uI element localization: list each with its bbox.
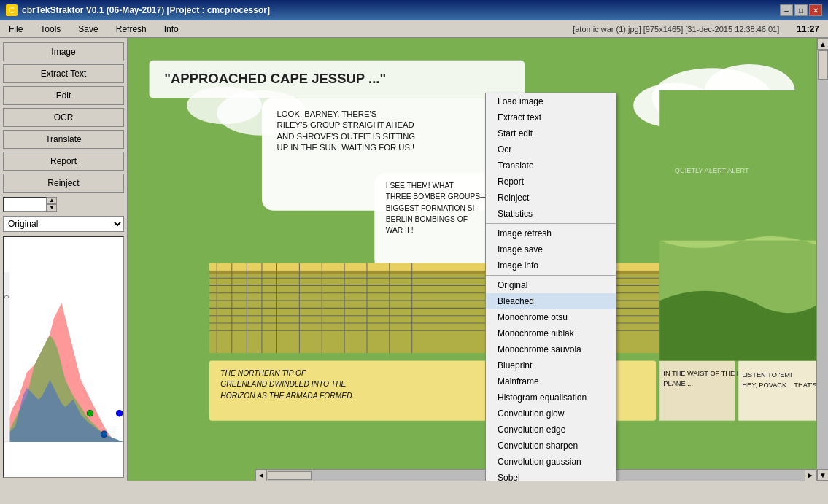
ctx-start-edit[interactable]: Start edit: [486, 125, 616, 141]
zoom-control: 100 ▲ ▼: [3, 197, 124, 212]
svg-point-1: [87, 411, 93, 416]
svg-text:UP IN THE SUN, WAITING FOR US : UP IN THE SUN, WAITING FOR US !: [277, 143, 415, 152]
svg-text:RILEY'S GROUP STRAIGHT AHEAD: RILEY'S GROUP STRAIGHT AHEAD: [277, 120, 414, 129]
file-info: [atomic war (1).jpg] [975x1465] [31-dec-…: [564, 20, 788, 37]
app-icon: C: [6, 4, 18, 16]
separator-1: [486, 223, 616, 224]
ocr-button[interactable]: OCR: [3, 108, 124, 127]
svg-rect-56: [659, 90, 816, 241]
histogram-area: 0: [3, 236, 124, 478]
svg-text:HORIZON AS THE ARMADA FORMED.: HORIZON AS THE ARMADA FORMED.: [220, 392, 354, 400]
ctx-conv-gaussian[interactable]: Convolution gaussian: [486, 454, 616, 470]
menu-refresh[interactable]: Refresh: [107, 20, 155, 37]
menu-tools[interactable]: Tools: [31, 20, 69, 37]
ctx-mono-sauvola[interactable]: Monochrome sauvola: [486, 341, 616, 357]
content-area: "APPROACHED CAPE JESSUP ..." LOOK, BARNE…: [128, 38, 816, 481]
svg-text:"APPROACHED CAPE JESSUP ...": "APPROACHED CAPE JESSUP ...": [164, 71, 386, 86]
ctx-mono-niblak[interactable]: Monochrome niblak: [486, 325, 616, 341]
svg-text:QUIETLY ALERT ALERT: QUIETLY ALERT ALERT: [675, 167, 749, 174]
menu-save[interactable]: Save: [69, 20, 107, 37]
svg-text:PLANE ...: PLANE ...: [663, 380, 693, 387]
title-bar: C cbrTekStraktor V0.1 (06-May-2017) [Pro…: [0, 0, 828, 20]
ctx-load-image[interactable]: Load image: [486, 93, 616, 109]
svg-text:THE NORTHERN TIP OF: THE NORTHERN TIP OF: [220, 369, 306, 377]
ctx-sobel[interactable]: Sobel: [486, 470, 616, 481]
scroll-down-button[interactable]: ▼: [817, 469, 828, 481]
scroll-up-button[interactable]: ▲: [817, 38, 828, 50]
ctx-bleached[interactable]: Bleached: [486, 293, 616, 309]
context-menu: Load image Extract text Start edit Ocr T…: [485, 93, 616, 481]
comic-display: "APPROACHED CAPE JESSUP ..." LOOK, BARNE…: [128, 38, 816, 481]
ctx-extract-text[interactable]: Extract text: [486, 109, 616, 125]
ctx-conv-glow[interactable]: Convolution glow: [486, 406, 616, 422]
minimize-button[interactable]: –: [780, 4, 793, 16]
zoom-down-button[interactable]: ▼: [47, 204, 57, 212]
report-button[interactable]: Report: [3, 152, 124, 171]
translate-button[interactable]: Translate: [3, 130, 124, 149]
v-scroll-track[interactable]: [817, 50, 828, 469]
svg-text:I SEE THEM! WHAT: I SEE THEM! WHAT: [386, 182, 454, 190]
svg-text:LOOK, BARNEY, THERE'S: LOOK, BARNEY, THERE'S: [277, 109, 377, 118]
svg-text:0: 0: [4, 295, 10, 299]
scroll-left-button[interactable]: ◄: [255, 470, 267, 481]
svg-point-2: [116, 411, 122, 416]
h-scroll-thumb[interactable]: [268, 471, 312, 480]
svg-text:BIGGEST FORMATION SI-: BIGGEST FORMATION SI-: [386, 204, 477, 212]
ctx-translate[interactable]: Translate: [486, 158, 616, 174]
ctx-mainframe[interactable]: Mainframe: [486, 373, 616, 389]
zoom-up-button[interactable]: ▲: [47, 197, 57, 204]
histogram-svg: 0: [4, 237, 123, 477]
maximize-button[interactable]: □: [794, 4, 808, 16]
left-panel: Image Extract Text Edit OCR Translate Re…: [0, 38, 128, 481]
ctx-blueprint[interactable]: Blueprint: [486, 357, 616, 373]
menu-file[interactable]: File: [0, 20, 31, 37]
v-scroll-thumb[interactable]: [818, 50, 828, 80]
zoom-input[interactable]: 100: [3, 197, 47, 212]
svg-text:GREENLAND DWINDLED INTO THE: GREENLAND DWINDLED INTO THE: [220, 380, 346, 388]
spin-buttons: ▲ ▼: [47, 197, 57, 212]
close-button[interactable]: ✕: [809, 4, 822, 16]
current-time: 11:27: [788, 20, 828, 37]
ctx-mono-otsu[interactable]: Monochrome otsu: [486, 309, 616, 325]
reinject-button[interactable]: Reinject: [3, 174, 124, 193]
view-mode-dropdown[interactable]: Original Bleached Monochrome otsu Monoch…: [3, 216, 124, 232]
ctx-statistics[interactable]: Statistics: [486, 206, 616, 222]
extract-text-button[interactable]: Extract Text: [3, 64, 124, 83]
app-title: cbrTekStraktor V0.1 (06-May-2017) [Proje…: [22, 5, 270, 15]
vertical-scrollbar: ▲ ▼: [816, 38, 828, 481]
ctx-conv-sharpen[interactable]: Convolution sharpen: [486, 438, 616, 454]
ctx-image-save[interactable]: Image save: [486, 241, 616, 257]
menu-bar: File Tools Save Refresh Info [atomic war…: [0, 20, 828, 38]
image-button[interactable]: Image: [3, 42, 124, 61]
ctx-ocr[interactable]: Ocr: [486, 141, 616, 158]
ctx-report[interactable]: Report: [486, 174, 616, 190]
svg-rect-61: [738, 360, 816, 420]
window-controls: – □ ✕: [780, 4, 822, 16]
main-layout: Image Extract Text Edit OCR Translate Re…: [0, 38, 828, 481]
ctx-original[interactable]: Original: [486, 277, 616, 293]
ctx-hist-equal[interactable]: Histogram equalisation: [486, 389, 616, 406]
svg-text:AND SHROVE'S OUTFIT IS SITTING: AND SHROVE'S OUTFIT IS SITTING: [277, 132, 416, 141]
svg-point-3: [101, 431, 107, 437]
ctx-image-info[interactable]: Image info: [486, 257, 616, 274]
svg-text:LISTEN TO 'EM!: LISTEN TO 'EM!: [742, 371, 792, 379]
menu-info[interactable]: Info: [155, 20, 187, 37]
scroll-right-button[interactable]: ►: [805, 470, 816, 481]
svg-text:BERLIN BOMBINGS OF: BERLIN BOMBINGS OF: [386, 215, 468, 223]
svg-text:THREE BOMBER GROUPS—: THREE BOMBER GROUPS—: [386, 193, 488, 201]
edit-button[interactable]: Edit: [3, 86, 124, 105]
view-mode-row: Original Bleached Monochrome otsu Monoch…: [3, 216, 124, 232]
ctx-conv-edge[interactable]: Convolution edge: [486, 422, 616, 438]
ctx-reinject[interactable]: Reinject: [486, 190, 616, 206]
separator-2: [486, 275, 616, 276]
svg-text:HEY, POVACK... THAT'S REA-: HEY, POVACK... THAT'S REA-: [742, 381, 816, 389]
svg-text:WAR II !: WAR II !: [386, 226, 414, 234]
ctx-image-refresh[interactable]: Image refresh: [486, 225, 616, 241]
